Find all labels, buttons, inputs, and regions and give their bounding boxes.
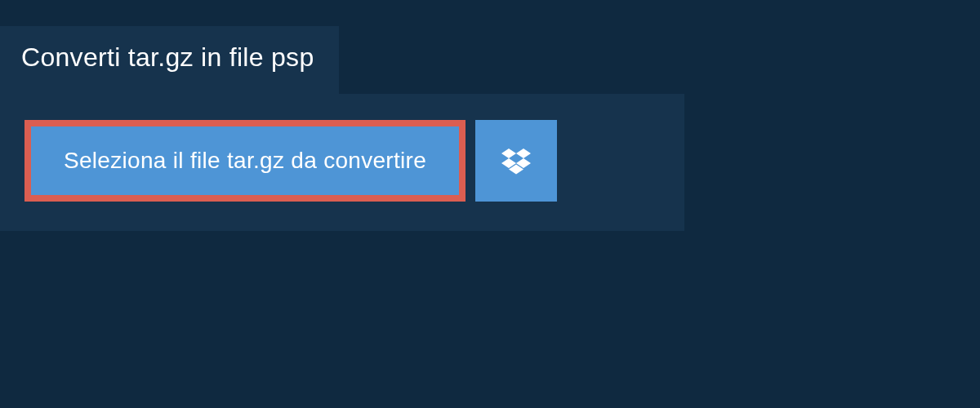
- tab-title: Converti tar.gz in file psp: [21, 42, 314, 72]
- button-group: Seleziona il file tar.gz da convertire: [24, 120, 660, 202]
- dropbox-button[interactable]: [475, 120, 557, 202]
- select-file-button[interactable]: Seleziona il file tar.gz da convertire: [31, 126, 459, 195]
- tab-convert[interactable]: Converti tar.gz in file psp: [0, 26, 339, 94]
- content-area: Seleziona il file tar.gz da convertire: [0, 94, 684, 231]
- dropbox-icon: [501, 146, 531, 175]
- select-file-label: Seleziona il file tar.gz da convertire: [64, 148, 426, 173]
- tab-container: Converti tar.gz in file psp: [0, 0, 980, 94]
- highlight-wrapper: Seleziona il file tar.gz da convertire: [24, 120, 466, 202]
